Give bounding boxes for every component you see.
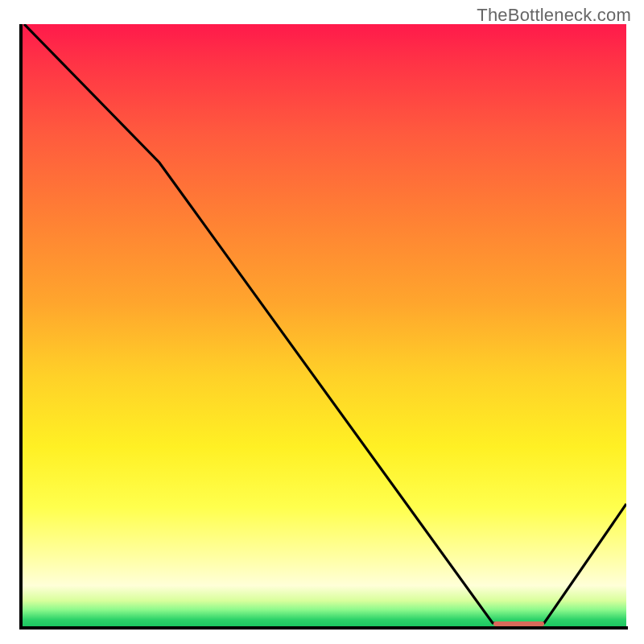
chart-line-svg xyxy=(21,24,626,628)
x-axis-line xyxy=(19,626,628,630)
watermark-text: TheBottleneck.com xyxy=(477,5,631,26)
chart-line-path xyxy=(24,24,626,623)
y-axis-line xyxy=(19,24,23,630)
chart-area xyxy=(21,24,626,628)
